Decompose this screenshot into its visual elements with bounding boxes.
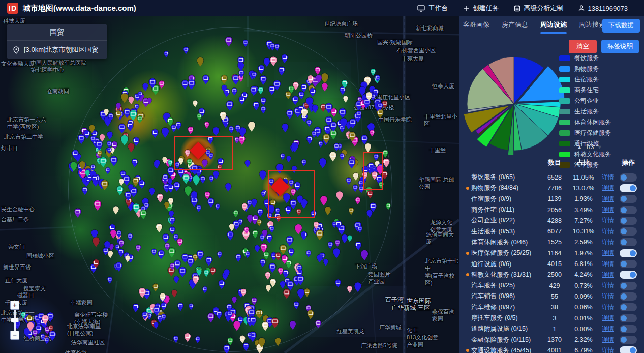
poi-marker[interactable] xyxy=(136,245,141,250)
poi-marker[interactable] xyxy=(130,110,137,117)
poi-marker[interactable] xyxy=(349,132,356,139)
poi-marker[interactable] xyxy=(163,174,168,180)
poi-marker[interactable] xyxy=(294,302,299,307)
poi-marker[interactable] xyxy=(274,44,280,49)
poi-marker[interactable] xyxy=(262,230,268,236)
poi-marker[interactable] xyxy=(366,92,372,98)
poi-marker[interactable] xyxy=(330,122,337,129)
row-toggle[interactable] xyxy=(620,260,637,268)
poi-marker[interactable] xyxy=(110,230,116,236)
poi-marker[interactable] xyxy=(248,122,255,129)
row-detail-link[interactable]: 详情 xyxy=(599,281,617,290)
poi-marker[interactable] xyxy=(266,234,272,241)
tab-nearby-search[interactable]: 周边搜索 xyxy=(579,16,605,34)
poi-marker[interactable] xyxy=(308,310,314,317)
poi-marker[interactable] xyxy=(261,98,266,103)
row-toggle[interactable] xyxy=(620,271,637,279)
poi-marker[interactable] xyxy=(316,230,323,237)
poi-marker[interactable] xyxy=(348,159,355,166)
poi-marker[interactable] xyxy=(359,87,366,94)
row-detail-link[interactable]: 详情 xyxy=(599,303,617,312)
pie-svg[interactable] xyxy=(463,53,565,155)
poi-marker[interactable] xyxy=(280,153,285,158)
poi-marker[interactable] xyxy=(383,159,390,165)
poi-marker[interactable] xyxy=(159,81,165,86)
poi-marker[interactable] xyxy=(383,150,388,156)
poi-marker[interactable] xyxy=(93,237,100,244)
row-detail-link[interactable]: 详情 xyxy=(599,205,617,214)
poi-marker[interactable] xyxy=(347,286,352,291)
zoom-slider-track[interactable] xyxy=(14,322,16,331)
poi-marker[interactable] xyxy=(260,259,265,264)
row-toggle[interactable] xyxy=(620,217,637,225)
poi-marker[interactable] xyxy=(162,128,169,135)
poi-marker[interactable] xyxy=(232,88,237,94)
map-canvas[interactable]: 科技大厦文化金融大厦中国人民解放军总医院 第七医学中心仓南胡同北京市第一六六 中… xyxy=(0,16,459,353)
poi-marker[interactable] xyxy=(229,224,234,229)
legend-item[interactable]: 公司企业 xyxy=(559,97,640,105)
poi-marker[interactable] xyxy=(209,175,214,181)
poi-marker[interactable] xyxy=(111,141,117,148)
poi-marker[interactable] xyxy=(278,268,283,273)
poi-marker[interactable] xyxy=(173,336,178,341)
poi-marker[interactable] xyxy=(177,303,183,308)
poi-marker[interactable] xyxy=(117,186,124,193)
poi-marker[interactable] xyxy=(233,321,240,328)
poi-marker[interactable] xyxy=(258,65,265,72)
poi-marker[interactable] xyxy=(306,120,312,125)
poi-marker[interactable] xyxy=(168,160,172,164)
poi-marker[interactable] xyxy=(275,338,281,343)
poi-marker[interactable] xyxy=(334,143,340,149)
poi-marker[interactable] xyxy=(108,251,113,256)
poi-marker[interactable] xyxy=(40,334,45,338)
poi-marker[interactable] xyxy=(290,321,296,327)
row-detail-link[interactable]: 详情 xyxy=(599,292,617,301)
poi-marker[interactable] xyxy=(235,254,241,259)
poi-marker[interactable] xyxy=(107,131,112,137)
poi-marker[interactable] xyxy=(346,178,351,183)
row-detail-link[interactable]: 详情 xyxy=(599,325,617,333)
row-detail-link[interactable]: 详情 xyxy=(599,336,617,344)
poi-marker[interactable] xyxy=(132,159,138,165)
poi-marker[interactable] xyxy=(340,153,344,158)
poi-marker[interactable] xyxy=(239,70,244,76)
poi-marker[interactable] xyxy=(213,127,219,133)
poi-marker[interactable] xyxy=(174,276,179,281)
poi-marker[interactable] xyxy=(321,73,328,80)
poi-marker[interactable] xyxy=(213,171,219,176)
row-toggle[interactable] xyxy=(620,303,637,311)
poi-marker[interactable] xyxy=(355,242,361,248)
poi-marker[interactable] xyxy=(349,119,356,126)
download-data-button[interactable]: 下载数据 xyxy=(602,19,640,33)
poi-marker[interactable] xyxy=(386,203,391,208)
poi-marker[interactable] xyxy=(238,219,242,223)
row-detail-link[interactable]: 详情 xyxy=(599,195,617,203)
poi-marker[interactable] xyxy=(42,315,48,321)
poi-marker[interactable] xyxy=(354,282,361,289)
poi-marker[interactable] xyxy=(261,191,266,196)
poi-marker[interactable] xyxy=(217,251,222,256)
poi-marker[interactable] xyxy=(319,141,323,146)
poi-marker[interactable] xyxy=(133,178,139,184)
poi-marker[interactable] xyxy=(271,318,279,325)
poi-marker[interactable] xyxy=(273,80,281,87)
tab-property-info[interactable]: 房产信息 xyxy=(502,16,528,34)
poi-marker[interactable] xyxy=(168,198,173,203)
poi-marker[interactable] xyxy=(91,230,98,237)
row-toggle[interactable] xyxy=(620,314,637,322)
legend-page-up-icon[interactable]: ▲ xyxy=(577,144,582,150)
poi-marker[interactable] xyxy=(315,67,320,72)
poi-marker[interactable] xyxy=(336,191,343,198)
poi-marker[interactable] xyxy=(202,286,207,291)
poi-marker[interactable] xyxy=(342,234,348,241)
poi-marker[interactable] xyxy=(370,202,376,209)
poi-marker[interactable] xyxy=(314,222,319,227)
row-detail-link[interactable]: 详情 xyxy=(599,260,617,269)
poi-marker[interactable] xyxy=(181,80,188,86)
poi-marker[interactable] xyxy=(286,236,293,243)
poi-marker[interactable] xyxy=(138,91,142,96)
zoom-slider-handle[interactable] xyxy=(11,318,19,322)
poi-marker[interactable] xyxy=(152,129,158,135)
poi-marker[interactable] xyxy=(142,311,147,317)
poi-marker[interactable] xyxy=(193,100,197,105)
